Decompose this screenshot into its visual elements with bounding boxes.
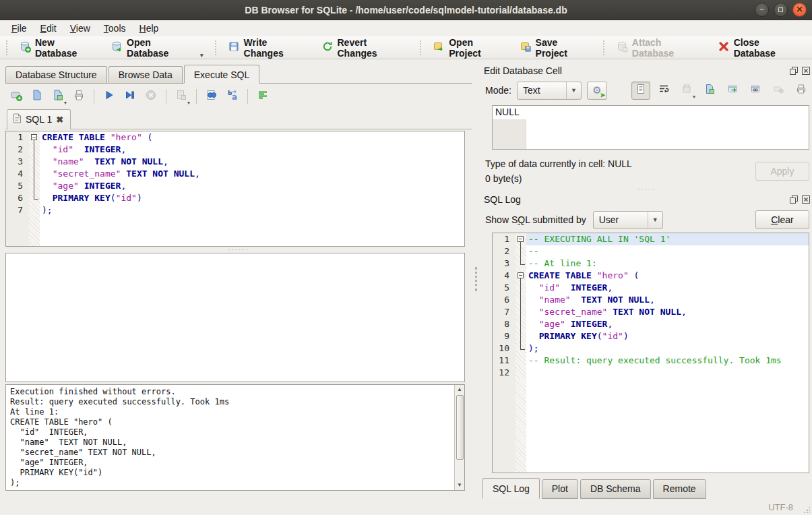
- fold-line: [520, 330, 521, 342]
- close-database-button[interactable]: Close Database: [712, 34, 809, 61]
- horizontal-splitter[interactable]: ······: [5, 247, 472, 253]
- word-wrap-button[interactable]: [654, 82, 673, 100]
- copy-link-button[interactable]: [746, 82, 765, 100]
- line-number: 8: [493, 318, 516, 330]
- tab-browse-data[interactable]: Browse Data: [108, 66, 183, 83]
- scroll-down-icon[interactable]: ▼: [455, 481, 464, 490]
- line-number: 5: [493, 282, 516, 294]
- maximize-button[interactable]: [774, 3, 788, 17]
- chevron-down-icon: ▼: [566, 82, 577, 99]
- menu-help[interactable]: Help: [133, 22, 165, 35]
- save-project-button[interactable]: Save Project: [513, 34, 598, 61]
- line-number: 3: [6, 156, 29, 168]
- close-button[interactable]: ✕: [792, 3, 807, 17]
- new-database-icon: [19, 40, 31, 55]
- fold-margin: [516, 318, 526, 330]
- main-toolbar: New DatabaseOpen Database▾Write ChangesR…: [0, 36, 812, 59]
- float-dock-icon[interactable]: [789, 195, 799, 204]
- execution-log-text[interactable]: Execution finished without errors.Result…: [6, 385, 454, 490]
- mode-select[interactable]: Text ▼: [517, 82, 582, 100]
- auto-switch-mode-button[interactable]: ⚙ ➤: [587, 82, 607, 100]
- code-line: 1-- EXECUTING ALL IN 'SQL 1': [493, 233, 809, 245]
- code-text: "age" INTEGER,: [526, 318, 809, 330]
- bottom-tab-sql-log[interactable]: SQL Log: [482, 478, 540, 499]
- execute-all-button[interactable]: [100, 88, 119, 106]
- sql-editor-tab[interactable]: SQL 1 ✖: [7, 109, 71, 129]
- bottom-tab-bar: SQL LogPlotDB SchemaRemote: [481, 479, 812, 499]
- cell-toolbar: ▾: [631, 82, 811, 100]
- results-table-pane[interactable]: [5, 253, 465, 382]
- sql-editor[interactable]: 1CREATE TABLE "hero" (2 "id" INTEGER,3 "…: [5, 131, 465, 247]
- find-replace-button[interactable]: ba: [223, 88, 242, 106]
- bottom-tab-remote[interactable]: Remote: [653, 479, 706, 499]
- clear-log-button[interactable]: Clear: [755, 210, 809, 229]
- menu-tools[interactable]: Tools: [98, 22, 132, 35]
- cell-value: NULL: [495, 107, 520, 117]
- fold-collapse-icon[interactable]: [518, 236, 524, 242]
- fold-collapse-icon[interactable]: [518, 272, 524, 278]
- open-sql-file-button[interactable]: [28, 88, 46, 106]
- fold-line: [520, 258, 521, 264]
- code-line: 6 PRIMARY KEY("id"): [6, 192, 464, 204]
- vertical-splitter[interactable]: [472, 59, 480, 499]
- format-sql-button[interactable]: [253, 88, 272, 106]
- open-project-button[interactable]: Open Project: [427, 34, 513, 61]
- close-dock-icon[interactable]: [801, 66, 811, 75]
- tab-execute-sql[interactable]: Execute SQL: [184, 65, 260, 84]
- print-cell-button[interactable]: [792, 82, 811, 100]
- fold-line: [34, 144, 34, 156]
- fold-margin: [516, 270, 526, 282]
- new-sql-tab-button[interactable]: [7, 88, 26, 106]
- code-line: 10);: [493, 342, 809, 355]
- menu-view[interactable]: View: [64, 22, 96, 35]
- edit-cell-header: Edit Database Cell: [481, 63, 812, 78]
- find-button[interactable]: [202, 88, 221, 106]
- cell-null-column: [493, 119, 526, 149]
- titlebar[interactable]: DB Browser for SQLite - /home/user/code/…: [0, 0, 812, 20]
- bottom-tab-db-schema[interactable]: DB Schema: [580, 479, 651, 499]
- text-mode-button[interactable]: [631, 82, 650, 100]
- code-line: 4CREATE TABLE "hero" (: [493, 270, 809, 282]
- menu-edit[interactable]: Edit: [34, 22, 63, 35]
- close-dock-icon[interactable]: [801, 195, 811, 204]
- results-scrollbar[interactable]: ▲ ▼: [454, 385, 464, 490]
- menu-file[interactable]: File: [5, 22, 33, 35]
- write-changes-button[interactable]: Write Changes: [222, 34, 315, 61]
- print-button[interactable]: [69, 88, 88, 106]
- fold-margin: [516, 355, 526, 367]
- find-icon: [206, 89, 218, 104]
- open-project-icon: [433, 40, 445, 55]
- scroll-up-icon[interactable]: ▲: [455, 385, 464, 394]
- save-sql-file-button[interactable]: ▾: [49, 88, 67, 106]
- toolbar-grip[interactable]: [6, 40, 9, 55]
- bottom-tab-plot[interactable]: Plot: [542, 479, 578, 499]
- close-tab-icon[interactable]: ✖: [56, 115, 63, 125]
- log-filter-select[interactable]: User ▼: [593, 211, 663, 229]
- tab-database-structure[interactable]: Database Structure: [5, 66, 107, 83]
- cell-editor[interactable]: NULL: [492, 105, 809, 150]
- execute-all-icon: [103, 89, 115, 104]
- export-data-button[interactable]: [700, 82, 719, 100]
- toolbar-button-label: Save Project: [536, 37, 592, 59]
- line-number: 2: [493, 245, 516, 258]
- code-text: );: [40, 204, 464, 216]
- float-dock-icon[interactable]: [789, 66, 799, 75]
- sql-log-view[interactable]: 1-- EXECUTING ALL IN 'SQL 1'2--3-- At li…: [492, 233, 809, 473]
- execute-current-line-button[interactable]: [121, 88, 139, 106]
- scrollbar-thumb[interactable]: [456, 395, 464, 460]
- line-number: 10: [493, 342, 516, 355]
- toolbar-button-label: New Database: [35, 37, 98, 59]
- minimize-button[interactable]: −: [755, 3, 769, 17]
- execution-log-pane: Execution finished without errors.Result…: [5, 384, 465, 491]
- resize-grip-icon[interactable]: [803, 506, 810, 513]
- toolbar-separator: [94, 89, 94, 104]
- right-horizontal-splitter[interactable]: ·····: [481, 186, 812, 192]
- toolbar-separator: [196, 89, 197, 104]
- open-external-button[interactable]: [723, 82, 742, 100]
- code-text: [526, 367, 809, 379]
- new-database-button[interactable]: New Database: [13, 34, 104, 61]
- open-database-button[interactable]: Open Database▾: [104, 34, 210, 61]
- fold-collapse-icon[interactable]: [31, 134, 37, 140]
- revert-changes-button[interactable]: Revert Changes: [315, 34, 415, 61]
- apply-button[interactable]: Apply: [755, 162, 809, 181]
